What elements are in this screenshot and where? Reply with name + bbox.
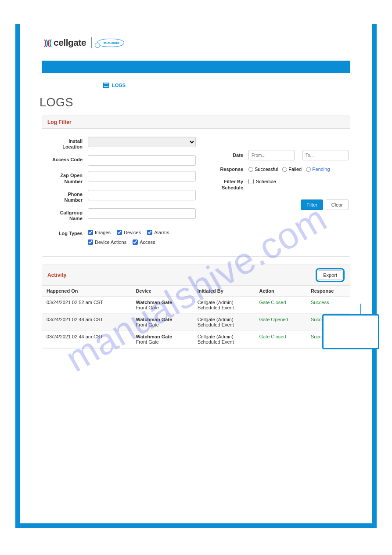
date-to-input[interactable] bbox=[302, 150, 349, 160]
export-button[interactable]: Export bbox=[318, 270, 342, 280]
page-frame: ))(( cellgate TrueCloud LOGS LOGS Log Fi… bbox=[15, 24, 377, 528]
callout-box bbox=[322, 314, 379, 349]
log-filter-header: Log Filter bbox=[42, 116, 350, 129]
col-response: Response bbox=[306, 286, 350, 297]
table-row: 03/24/2021 02:48 am CST Watchman GateFro… bbox=[42, 313, 350, 330]
cell-time: 03/24/2021 02:44 am CST bbox=[42, 330, 131, 348]
logtype-deviceactions-label: Device Actions bbox=[95, 239, 126, 245]
cell-action: Gate Opened bbox=[255, 313, 306, 330]
access-code-input[interactable] bbox=[88, 155, 196, 166]
filterby-schedule-label: Filter By Schedule bbox=[218, 178, 248, 191]
schedule-checkbox[interactable] bbox=[248, 179, 254, 184]
clear-button[interactable]: Clear bbox=[326, 200, 349, 210]
logtype-devices-checkbox[interactable] bbox=[117, 230, 122, 235]
access-code-label: Access Code bbox=[51, 155, 88, 163]
log-filter-panel: Log Filter Install Location Access Code … bbox=[42, 116, 350, 257]
cell-initiated-by: Cellgate (Admin)Scheduled Event bbox=[193, 330, 255, 348]
breadcrumb[interactable]: LOGS bbox=[103, 83, 350, 88]
logtype-alarms-label: Alarms bbox=[154, 230, 169, 235]
filter-button[interactable]: Filter bbox=[301, 200, 323, 210]
date-label: Date bbox=[218, 152, 248, 158]
logo-row: ))(( cellgate TrueCloud bbox=[44, 37, 350, 48]
logtype-images-checkbox[interactable] bbox=[88, 230, 93, 235]
logtype-devices-label: Devices bbox=[124, 230, 141, 235]
response-failed-label: Failed bbox=[288, 167, 302, 172]
col-happened-on: Happened On bbox=[42, 286, 131, 297]
col-action: Action bbox=[255, 286, 306, 297]
phone-number-label: Phone Number bbox=[51, 190, 88, 203]
cell-response: Success bbox=[306, 296, 350, 313]
truecloud-badge-icon: TrueCloud bbox=[97, 39, 124, 47]
logtype-access-checkbox[interactable] bbox=[133, 239, 138, 245]
response-successful-label: Successful bbox=[255, 167, 278, 172]
date-from-input[interactable] bbox=[248, 150, 295, 160]
log-filter-body: Install Location Access Code Zap Open Nu… bbox=[42, 129, 350, 256]
phone-number-input[interactable] bbox=[88, 190, 196, 200]
logo-divider bbox=[91, 37, 92, 48]
logtype-images-label: Images bbox=[95, 230, 111, 235]
schedule-option-label: Schedule bbox=[256, 179, 276, 184]
breadcrumb-label: LOGS bbox=[112, 83, 126, 88]
logtype-deviceactions-checkbox[interactable] bbox=[88, 239, 93, 245]
cellgate-mark-icon: ))(( bbox=[44, 38, 51, 47]
install-location-label: Install Location bbox=[51, 137, 88, 150]
cell-initiated-by: Cellgate (Admin)Scheduled Event bbox=[193, 296, 255, 313]
response-label: Response bbox=[218, 166, 248, 173]
bottom-divider bbox=[42, 510, 350, 510]
zap-open-input[interactable] bbox=[88, 171, 196, 181]
table-header-row: Happened On Device Initiated By Action R… bbox=[42, 286, 350, 297]
table-row: 03/24/2021 02:52 am CST Watchman GateFro… bbox=[42, 296, 350, 313]
activity-title: Activity bbox=[47, 272, 66, 278]
export-highlight: Export bbox=[316, 268, 345, 282]
brand-text: cellgate bbox=[54, 37, 86, 48]
list-icon bbox=[103, 83, 109, 88]
activity-table: Happened On Device Initiated By Action R… bbox=[42, 286, 350, 348]
callout-connector bbox=[360, 304, 361, 315]
response-pending-radio[interactable] bbox=[306, 167, 311, 172]
cell-initiated-by: Cellgate (Admin)Scheduled Event bbox=[193, 313, 255, 330]
logtype-alarms-checkbox[interactable] bbox=[147, 230, 152, 235]
install-location-select[interactable] bbox=[88, 137, 196, 147]
cell-device: Watchman GateFront Gate bbox=[131, 313, 193, 330]
col-device: Device bbox=[131, 286, 193, 297]
cell-action: Gate Closed bbox=[255, 296, 306, 313]
table-row: 03/24/2021 02:44 am CST Watchman GateFro… bbox=[42, 330, 350, 348]
activity-panel: Activity Export Happened On Device Initi… bbox=[42, 265, 350, 348]
col-initiated-by: Initiated By bbox=[193, 286, 255, 297]
response-pending-label: Pending bbox=[312, 167, 330, 172]
callgroup-label: Callgroup Name bbox=[51, 208, 88, 221]
cell-time: 03/24/2021 02:48 am CST bbox=[42, 313, 131, 330]
response-successful-radio[interactable] bbox=[248, 167, 253, 172]
cell-action: Gate Closed bbox=[255, 330, 306, 348]
cell-device: Watchman GateFront Gate bbox=[131, 330, 193, 348]
zap-open-label: Zap Open Number bbox=[51, 171, 88, 184]
callgroup-input[interactable] bbox=[88, 208, 196, 219]
cell-device: Watchman GateFront Gate bbox=[131, 296, 193, 313]
cellgate-logo: ))(( cellgate bbox=[44, 37, 86, 48]
cell-time: 03/24/2021 02:52 am CST bbox=[42, 296, 131, 313]
activity-header: Activity Export bbox=[42, 265, 350, 286]
log-types-label: Log Types bbox=[51, 229, 88, 236]
response-failed-radio[interactable] bbox=[282, 167, 287, 172]
logtype-access-label: Access bbox=[140, 239, 155, 245]
page-title: LOGS bbox=[40, 96, 350, 109]
topbar bbox=[42, 61, 350, 73]
